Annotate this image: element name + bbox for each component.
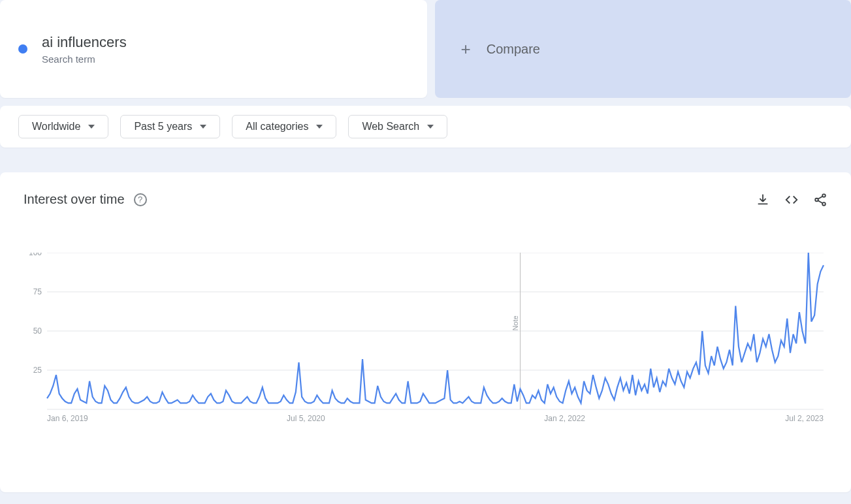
download-icon[interactable] (756, 193, 770, 207)
search-term-card[interactable]: ai influencers Search term (0, 0, 427, 98)
region-filter[interactable]: Worldwide (18, 115, 108, 138)
svg-text:Jan 2, 2022: Jan 2, 2022 (544, 414, 585, 423)
chart-plot-area: 100755025Jan 6, 2019Jul 5, 2020Jan 2, 20… (24, 253, 827, 429)
line-chart-svg: 100755025Jan 6, 2019Jul 5, 2020Jan 2, 20… (24, 253, 827, 429)
svg-point-0 (822, 194, 826, 197)
interest-over-time-card: Interest over time ? 100755025Jan 6, 201… (0, 172, 851, 492)
svg-text:Jul 5, 2020: Jul 5, 2020 (287, 414, 325, 423)
series-color-dot (18, 44, 27, 54)
help-icon[interactable]: ? (134, 193, 147, 206)
plus-icon: + (461, 39, 471, 59)
chart-title: Interest over time (24, 192, 125, 207)
search-type-filter[interactable]: Web Search (348, 115, 447, 138)
search-term-subtitle: Search term (42, 54, 127, 65)
svg-text:75: 75 (33, 287, 42, 296)
chevron-down-icon (200, 125, 206, 129)
svg-point-2 (822, 202, 826, 206)
chevron-down-icon (427, 125, 434, 129)
category-filter-label: All categories (246, 121, 308, 133)
timeframe-filter-label: Past 5 years (134, 121, 192, 133)
compare-button[interactable]: + Compare (435, 0, 852, 98)
search-type-filter-label: Web Search (362, 121, 419, 133)
category-filter[interactable]: All categories (232, 115, 336, 138)
svg-text:100: 100 (29, 253, 42, 257)
embed-icon[interactable] (784, 193, 799, 207)
timeframe-filter[interactable]: Past 5 years (120, 115, 220, 138)
svg-text:Jan 6, 2019: Jan 6, 2019 (47, 414, 88, 423)
compare-label: Compare (487, 42, 540, 57)
svg-text:Note: Note (511, 315, 519, 330)
filters-bar: Worldwide Past 5 years All categories We… (0, 106, 851, 148)
svg-point-1 (815, 198, 818, 201)
region-filter-label: Worldwide (32, 121, 80, 133)
svg-text:50: 50 (33, 326, 42, 336)
share-icon[interactable] (813, 193, 827, 207)
svg-text:25: 25 (33, 366, 42, 375)
search-term-text: ai influencers (42, 34, 127, 51)
chevron-down-icon (316, 125, 323, 129)
svg-text:Jul 2, 2023: Jul 2, 2023 (785, 414, 824, 423)
chevron-down-icon (88, 125, 95, 129)
